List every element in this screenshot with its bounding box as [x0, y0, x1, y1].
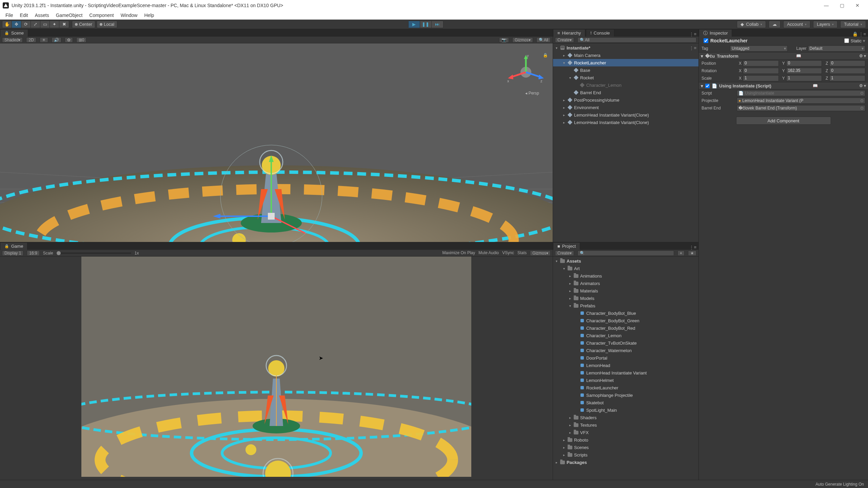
- project-folder[interactable]: ▸Scripts: [553, 451, 698, 459]
- project-folder[interactable]: ▸Models: [553, 294, 698, 302]
- rotation-z-field[interactable]: 0: [829, 68, 865, 74]
- display-dropdown[interactable]: Display 1: [2, 250, 23, 256]
- pause-button[interactable]: ❚❚: [420, 21, 432, 28]
- project-folder[interactable]: ▸Textures: [553, 421, 698, 429]
- project-tree[interactable]: ▾Assets ▾Art▸Animations▸Animators▸Materi…: [553, 257, 698, 480]
- gizmo-lock-icon[interactable]: 🔒: [543, 53, 548, 58]
- rect-tool[interactable]: ▭: [40, 21, 50, 28]
- tab-scene[interactable]: 🔒Scene: [0, 29, 28, 37]
- scale-tool[interactable]: ⤢: [31, 21, 40, 28]
- project-folder[interactable]: ▸Animators: [553, 280, 698, 287]
- projectile-field[interactable]: ●LemonHead Instantiate Variant (P⊙: [737, 98, 865, 104]
- scene-audio-toggle[interactable]: 🔊: [52, 37, 61, 43]
- project-prefab[interactable]: LemonHelmet: [553, 377, 698, 384]
- tag-dropdown[interactable]: Untagged▾: [730, 45, 788, 52]
- scale-x-field[interactable]: 1: [743, 75, 779, 81]
- project-prefab[interactable]: Character_BodyBot_Blue: [553, 309, 698, 317]
- scene-extras-dropdown[interactable]: ⊞ 0: [76, 37, 87, 43]
- tab-hierarchy[interactable]: ≡ Hierarchy: [553, 29, 585, 37]
- project-prefab[interactable]: Character_TvBotOnSkate: [553, 339, 698, 347]
- menu-gameobject[interactable]: GameObject: [53, 12, 86, 19]
- hierarchy-create-dropdown[interactable]: Create ▾: [555, 37, 574, 43]
- menu-help[interactable]: Help: [141, 12, 157, 19]
- shading-mode-dropdown[interactable]: Shaded ▾: [2, 37, 23, 43]
- project-prefab[interactable]: Samophlange Projectile: [553, 391, 698, 399]
- game-gizmos-dropdown[interactable]: Gizmos ▾: [530, 250, 551, 256]
- project-search[interactable]: 🔍: [577, 250, 674, 256]
- project-folder[interactable]: ▸Shaders: [553, 414, 698, 421]
- project-prefab[interactable]: Skatebot: [553, 399, 698, 406]
- hierarchy-item[interactable]: ▸Main Camera: [553, 52, 698, 59]
- stats-toggle[interactable]: Stats: [517, 250, 527, 256]
- project-prefab[interactable]: Character_BodyBot_Green: [553, 317, 698, 324]
- pivot-toggle[interactable]: Center: [72, 21, 95, 28]
- scene-menu-icon[interactable]: ⋮≡: [689, 45, 696, 50]
- add-component-button[interactable]: Add Component: [736, 117, 831, 125]
- scale-z-field[interactable]: 1: [829, 75, 865, 81]
- custom-tool[interactable]: ✖: [59, 21, 69, 28]
- project-filter-icon[interactable]: ⌖: [677, 250, 685, 256]
- project-create-dropdown[interactable]: Create ▾: [555, 250, 574, 256]
- projection-label[interactable]: ◂ Persp: [525, 91, 539, 96]
- game-viewport[interactable]: ➤: [0, 257, 553, 480]
- position-z-field[interactable]: 0: [829, 60, 865, 66]
- object-name-field[interactable]: RocketLauncher: [710, 38, 748, 43]
- hierarchy-item[interactable]: ▸PostProcessingVolume: [553, 96, 698, 104]
- component-menu-icon[interactable]: ⚙ ▾: [859, 54, 866, 58]
- scene-viewport[interactable]: y x z ◂ Persp 🔒: [0, 43, 553, 242]
- tab-inspector[interactable]: ⓘ Inspector: [699, 29, 732, 37]
- scene-root[interactable]: ▾ Instantiate* ⋮≡: [553, 44, 698, 52]
- scene-search[interactable]: 🔍 All: [536, 37, 551, 43]
- panel-menu-icon[interactable]: ⋮≡: [687, 245, 698, 250]
- hierarchy-item[interactable]: ▾RocketLauncher: [553, 59, 698, 66]
- rotation-x-field[interactable]: 0: [743, 68, 779, 74]
- hierarchy-item[interactable]: ▸LemonHead Instantiate Variant(Clone): [553, 111, 698, 119]
- scene-camera-button[interactable]: 📷: [499, 37, 509, 43]
- component-help-icon[interactable]: 📖: [813, 83, 818, 88]
- cloud-button[interactable]: ☁: [769, 21, 781, 28]
- project-prefab[interactable]: SpotLight_Main: [553, 406, 698, 414]
- project-star-icon[interactable]: ★: [688, 250, 696, 256]
- hierarchy-tree[interactable]: ▾ Instantiate* ⋮≡ ▸Main Camera▾RocketLau…: [553, 43, 698, 242]
- hierarchy-item[interactable]: Barrel End: [553, 89, 698, 96]
- mute-audio-toggle[interactable]: Mute Audio: [478, 250, 499, 256]
- hierarchy-item[interactable]: ▸LemonHead Instantiate Variant(Clone): [553, 119, 698, 126]
- account-dropdown[interactable]: Account▾: [783, 21, 810, 28]
- maximize-button[interactable]: ▢: [834, 0, 850, 11]
- tab-project[interactable]: ■ Project: [553, 242, 580, 250]
- project-folder[interactable]: ▸Roboto: [553, 436, 698, 444]
- scene-fx-toggle[interactable]: ✿: [65, 37, 73, 43]
- script-enabled-checkbox[interactable]: [705, 84, 710, 88]
- menu-component[interactable]: Component: [86, 12, 117, 19]
- project-prefab[interactable]: Character_Watermelon: [553, 347, 698, 354]
- minimize-button[interactable]: —: [818, 0, 834, 11]
- play-button[interactable]: ▶: [409, 21, 420, 28]
- layout-dropdown[interactable]: Tutorial▾: [840, 21, 866, 28]
- menu-edit[interactable]: Edit: [17, 12, 32, 19]
- collab-button[interactable]: ◆Collab▾: [737, 21, 766, 28]
- maximize-on-play-toggle[interactable]: Maximize On Play: [442, 250, 475, 256]
- move-tool[interactable]: ✥: [12, 21, 21, 28]
- hierarchy-search[interactable]: 🔍 All: [577, 37, 696, 43]
- handle-toggle[interactable]: Local: [97, 21, 117, 28]
- hierarchy-item[interactable]: Character_Lemon: [553, 81, 698, 89]
- scene-lighting-toggle[interactable]: ☀: [40, 37, 48, 43]
- project-prefab[interactable]: LemonHead: [553, 362, 698, 369]
- menu-assets[interactable]: Assets: [32, 12, 53, 19]
- active-checkbox[interactable]: [704, 38, 708, 43]
- project-folder[interactable]: ▸VFX: [553, 429, 698, 436]
- panel-menu-icon[interactable]: ⋮≡: [687, 32, 698, 37]
- hierarchy-item[interactable]: ▸Environment: [553, 104, 698, 111]
- tab-game[interactable]: 🔒Game: [0, 242, 27, 250]
- static-checkbox[interactable]: [844, 38, 849, 43]
- rotate-tool[interactable]: ⟳: [21, 21, 31, 28]
- project-folder[interactable]: ▸Materials: [553, 287, 698, 294]
- close-button[interactable]: ✕: [850, 0, 865, 11]
- project-prefab[interactable]: RocketLauncher: [553, 384, 698, 391]
- project-folder[interactable]: ▾Art: [553, 265, 698, 272]
- transform-component-header[interactable]: ▾�ču Transform 📖 ⚙ ▾: [699, 52, 868, 60]
- project-prefab[interactable]: Character_BodyBot_Red: [553, 324, 698, 332]
- menu-file[interactable]: File: [2, 12, 17, 19]
- hierarchy-item[interactable]: Base: [553, 66, 698, 74]
- rotation-y-field[interactable]: 162.35: [786, 68, 822, 74]
